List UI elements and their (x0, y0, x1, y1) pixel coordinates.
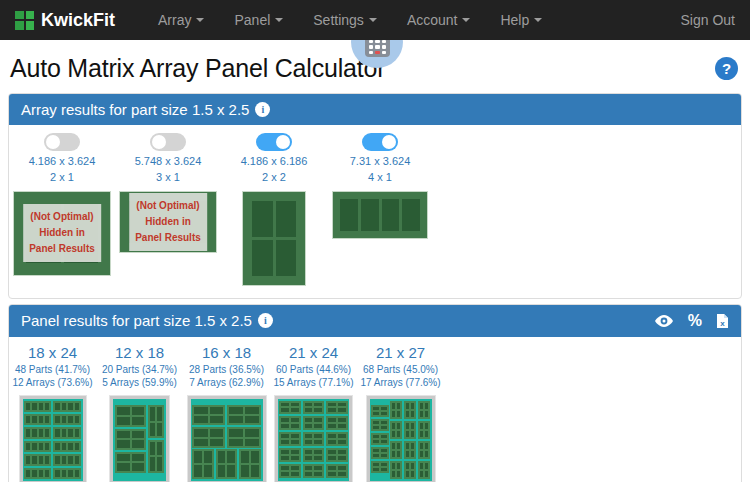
nav-item-panel[interactable]: Panel (219, 0, 298, 40)
array-option-toggle[interactable] (150, 133, 186, 151)
panel-preview-image (188, 396, 266, 482)
panel-preview (188, 390, 266, 482)
array-option-toggle[interactable] (362, 133, 398, 151)
panel-preview-image (367, 396, 435, 482)
panel-arrays-stat: 12 Arrays (73.6%) (12, 376, 92, 390)
panel-preview (110, 390, 169, 482)
panel-cards-row: 18 x 24 48 Parts (41.7%) 12 Arrays (73.6… (9, 337, 741, 482)
panel-preview-image (275, 396, 352, 482)
array-preview-image: (Not Optimal)Hidden inPanel Results (13, 191, 111, 276)
panel-parts-stat: 28 Parts (36.5%) (189, 363, 264, 377)
panel-card: 16 x 18 28 Parts (36.5%) 7 Arrays (62.9%… (183, 342, 270, 482)
navbar: KwickFit Array Panel Settings Account He… (0, 0, 750, 40)
array-preview-image: (Not Optimal)Hidden inPanel Results (119, 191, 217, 253)
array-preview (242, 191, 306, 286)
panel-size-title: 21 x 24 (289, 344, 338, 361)
nav-item-array[interactable]: Array (143, 0, 219, 40)
array-options-row: 4.186 x 3.624 2 x 1 (Not Optimal)Hidden … (9, 125, 741, 298)
page-title: Auto Matrix Array Panel Calculator (10, 54, 385, 83)
nav-menu: Array Panel Settings Account Help (143, 0, 557, 40)
panel-card: 12 x 18 20 Parts (34.7%) 5 Arrays (59.9%… (96, 342, 183, 482)
array-option-2x1: 4.186 x 3.624 2 x 1 (Not Optimal)Hidden … (9, 131, 115, 286)
chevron-down-icon (275, 18, 283, 22)
eye-icon[interactable] (654, 314, 674, 328)
not-optimal-overlay: (Not Optimal)Hidden inPanel Results (129, 193, 207, 251)
svg-text:x: x (720, 318, 725, 327)
panel-results-section: Panel results for part size 1.5 x 2.5 i … (8, 304, 742, 482)
panel-card: 18 x 24 48 Parts (41.7%) 12 Arrays (73.6… (9, 342, 96, 482)
kwickfit-logo-icon (15, 11, 34, 30)
panel-size-title: 16 x 18 (202, 344, 251, 361)
array-matrix-label: 2 x 2 (262, 170, 286, 186)
array-matrix-label: 2 x 1 (50, 170, 74, 186)
array-results-section: Array results for part size 1.5 x 2.5 i … (8, 93, 742, 299)
panel-size-title: 21 x 27 (376, 344, 425, 361)
array-preview-image (332, 191, 428, 239)
panel-arrays-stat: 15 Arrays (77.1%) (273, 376, 353, 390)
not-optimal-overlay: (Not Optimal)Hidden inPanel Results (23, 204, 101, 262)
brand-label: KwickFit (41, 10, 115, 31)
info-icon[interactable]: i (258, 313, 273, 328)
panel-preview (20, 390, 86, 482)
array-preview-image (242, 191, 306, 286)
sign-out-link[interactable]: Sign Out (681, 12, 735, 28)
array-matrix-label: 3 x 1 (156, 170, 180, 186)
panel-preview (275, 390, 352, 482)
array-results-title: Array results for part size 1.5 x 2.5 (21, 101, 249, 118)
array-size-label: 5.748 x 3.624 (135, 154, 202, 170)
array-option-4x1: 7.31 x 3.624 4 x 1 (327, 131, 433, 286)
nav-item-account[interactable]: Account (392, 0, 486, 40)
array-size-label: 7.31 x 3.624 (350, 154, 411, 170)
nav-item-help[interactable]: Help (485, 0, 557, 40)
panel-arrays-stat: 7 Arrays (62.9%) (189, 376, 263, 390)
panel-size-title: 12 x 18 (115, 344, 164, 361)
panel-parts-stat: 68 Parts (45.0%) (363, 363, 438, 377)
chevron-down-icon (534, 18, 542, 22)
excel-export-icon[interactable]: x (716, 313, 729, 329)
panel-parts-stat: 20 Parts (34.7%) (102, 363, 177, 377)
array-preview: (Not Optimal)Hidden inPanel Results (119, 191, 217, 253)
array-preview (332, 191, 428, 239)
array-option-toggle[interactable] (256, 133, 292, 151)
panel-arrays-stat: 17 Arrays (77.6%) (360, 376, 440, 390)
panel-header-tools: % x (654, 312, 729, 330)
panel-preview-image (110, 396, 169, 482)
panel-parts-stat: 60 Parts (44.6%) (276, 363, 351, 377)
array-size-label: 4.186 x 3.624 (29, 154, 96, 170)
panel-card: 21 x 24 60 Parts (44.6%) 15 Arrays (77.1… (270, 342, 357, 482)
panel-results-title: Panel results for part size 1.5 x 2.5 (21, 312, 252, 329)
array-size-label: 4.186 x 6.186 (241, 154, 308, 170)
panel-parts-stat: 48 Parts (41.7%) (15, 363, 90, 377)
panel-preview (367, 390, 435, 482)
panel-size-title: 18 x 24 (28, 344, 77, 361)
panel-arrays-stat: 5 Arrays (59.9%) (102, 376, 176, 390)
array-option-toggle[interactable] (44, 133, 80, 151)
chevron-down-icon (369, 18, 377, 22)
array-results-header: Array results for part size 1.5 x 2.5 i (9, 94, 741, 125)
panel-preview-image (20, 396, 86, 482)
panel-card: 21 x 27 68 Parts (45.0%) 17 Arrays (77.6… (357, 342, 444, 482)
percent-icon[interactable]: % (688, 312, 702, 330)
chevron-down-icon (196, 18, 204, 22)
array-preview: (Not Optimal)Hidden inPanel Results (13, 191, 111, 276)
array-option-3x1: 5.748 x 3.624 3 x 1 (Not Optimal)Hidden … (115, 131, 221, 286)
nav-item-settings[interactable]: Settings (298, 0, 392, 40)
array-matrix-label: 4 x 1 (368, 170, 392, 186)
panel-results-header: Panel results for part size 1.5 x 2.5 i … (9, 305, 741, 337)
array-option-2x2: 4.186 x 6.186 2 x 2 (221, 131, 327, 286)
help-icon[interactable]: ? (715, 57, 738, 80)
navbar-brand[interactable]: KwickFit (15, 10, 115, 31)
info-icon[interactable]: i (255, 102, 270, 117)
chevron-down-icon (462, 18, 470, 22)
